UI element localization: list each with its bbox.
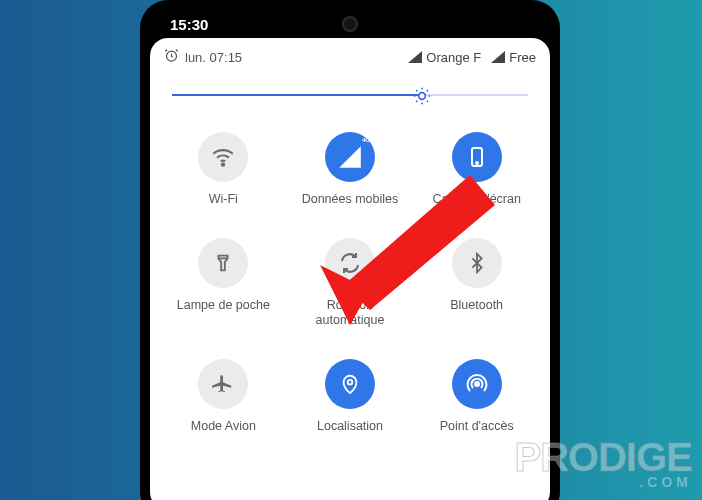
sim2-label: Free bbox=[509, 50, 536, 65]
sim2-indicator: Free bbox=[491, 50, 536, 65]
tile-label: Bluetooth bbox=[450, 298, 503, 314]
quick-settings-panel: lun. 07:15 Orange F Free bbox=[150, 38, 550, 500]
alarm-time: lun. 07:15 bbox=[185, 50, 242, 65]
tile-label: Rotation automatique bbox=[295, 298, 405, 329]
tile-label: Données mobiles bbox=[302, 192, 399, 208]
tile-label: Wi-Fi bbox=[209, 192, 238, 208]
airplane-icon bbox=[198, 359, 248, 409]
camera-notch bbox=[342, 16, 358, 32]
alarm-icon bbox=[164, 48, 179, 66]
watermark: PRODIGE .COM bbox=[515, 435, 692, 490]
tile-flashlight[interactable]: Lampe de poche bbox=[164, 238, 283, 329]
tile-hotspot[interactable]: Point d'accès bbox=[417, 359, 536, 435]
device-status-bar: 15:30 bbox=[150, 10, 550, 38]
tile-screenshot[interactable]: Capture d'écran bbox=[417, 132, 536, 208]
device-time: 15:30 bbox=[170, 16, 208, 33]
phone-frame: 15:30 lun. 07:15 Orange F Free bbox=[140, 0, 560, 500]
tile-location[interactable]: Localisation bbox=[291, 359, 410, 435]
qs-status-row: lun. 07:15 Orange F Free bbox=[150, 38, 550, 76]
qs-tiles-grid: Wi-Fi 4G Données mobiles Capture d'écran bbox=[150, 106, 550, 445]
sim1-indicator: Orange F bbox=[408, 50, 481, 65]
flashlight-icon bbox=[198, 238, 248, 288]
tile-bluetooth[interactable]: Bluetooth bbox=[417, 238, 536, 329]
brightness-fill bbox=[172, 94, 421, 96]
tile-label: Lampe de poche bbox=[177, 298, 270, 314]
tile-label: Point d'accès bbox=[440, 419, 514, 435]
brightness-slider[interactable] bbox=[150, 76, 550, 106]
mobile-data-icon: 4G bbox=[325, 132, 375, 182]
svg-point-6 bbox=[475, 382, 479, 386]
tile-label: Capture d'écran bbox=[432, 192, 521, 208]
brightness-thumb-icon[interactable] bbox=[412, 86, 430, 104]
svg-point-1 bbox=[419, 93, 426, 100]
wifi-icon bbox=[198, 132, 248, 182]
tile-mobile-data[interactable]: 4G Données mobiles bbox=[291, 132, 410, 208]
screenshot-icon bbox=[452, 132, 502, 182]
svg-point-4 bbox=[476, 162, 478, 164]
rotate-icon bbox=[325, 238, 375, 288]
badge-4g: 4G bbox=[362, 137, 370, 143]
hotspot-icon bbox=[452, 359, 502, 409]
bluetooth-icon bbox=[452, 238, 502, 288]
sim1-label: Orange F bbox=[426, 50, 481, 65]
tile-airplane[interactable]: Mode Avion bbox=[164, 359, 283, 435]
watermark-brand: PRODIGE bbox=[515, 435, 692, 479]
tile-label: Localisation bbox=[317, 419, 383, 435]
tile-label: Mode Avion bbox=[191, 419, 256, 435]
tile-auto-rotate[interactable]: Rotation automatique bbox=[291, 238, 410, 329]
svg-point-2 bbox=[222, 164, 224, 166]
tile-wifi[interactable]: Wi-Fi bbox=[164, 132, 283, 208]
location-icon bbox=[325, 359, 375, 409]
svg-point-5 bbox=[348, 380, 353, 385]
